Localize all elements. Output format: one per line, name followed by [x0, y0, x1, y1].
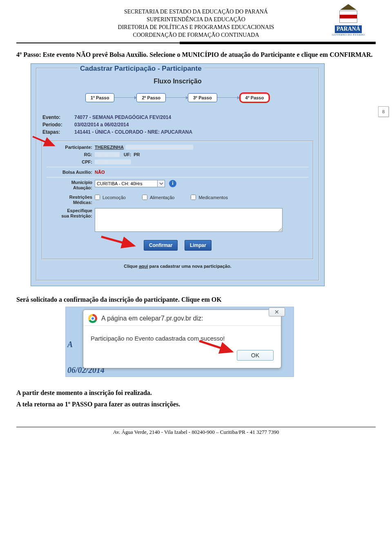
crest-label: PARANÁ	[335, 25, 362, 33]
evento-label: Evento:	[42, 114, 74, 120]
header-rule	[16, 43, 376, 44]
step-2[interactable]: 2º Passo	[136, 93, 166, 102]
especifique-label-1: Especifique	[67, 208, 92, 213]
restricao-textarea[interactable]	[95, 208, 283, 232]
doc-header: SECRETARIA DE ESTADO DA EDUCAÇÃO DO PARA…	[16, 0, 376, 39]
limpar-button[interactable]: Limpar	[185, 240, 212, 251]
etapas-value: 141441 - ÚNICA - COLORADO - NRE: APUCARA…	[74, 129, 192, 135]
after-text-1: A partir deste momento a inscrição foi r…	[16, 389, 376, 397]
checkbox-medicamentos[interactable]: Medicamentos	[191, 195, 228, 200]
chevron-down-icon[interactable]	[158, 180, 165, 187]
participante-masked: APARECIDA MACHADO DUSI	[125, 145, 193, 150]
confirmar-button[interactable]: Confirmar	[144, 240, 178, 251]
aqui-link[interactable]: aqui	[139, 264, 148, 269]
checkbox-alimentacao[interactable]: Alimentação	[142, 195, 175, 200]
close-icon: ✕	[274, 309, 279, 315]
chrome-icon	[88, 314, 97, 323]
step-intro: 4º Passo: Este evento NÃO prevê Bolsa Au…	[16, 50, 376, 59]
red-arrow-icon	[198, 339, 237, 356]
bolsa-label: Bolsa Auxílio:	[47, 170, 95, 175]
municipio-label-2: Atuação:	[73, 185, 92, 190]
bolsa-value: NÃO	[95, 170, 105, 175]
checkbox-locomocao[interactable]: Locomoção	[95, 195, 126, 200]
header-line-4: COORDENAÇÃO DE FORMAÇÃO CONTINUADA	[16, 31, 376, 39]
especifique-label-2: sua Restrição:	[61, 213, 92, 218]
rg-uf-value: PR	[134, 152, 140, 157]
dialog-screenshot: A 06/02/2014 ✕ A página em celepar7.pr.g…	[65, 307, 294, 377]
form-legend: Cadastrar Participação - Participante	[78, 65, 204, 73]
red-arrow-icon	[31, 135, 60, 150]
form-screenshot: Cadastrar Participação - Participante Fl…	[31, 63, 325, 286]
cpf-label: CPF:	[47, 159, 95, 164]
close-button[interactable]: ✕	[269, 307, 285, 316]
cpf-masked: 545.146.229-15	[95, 159, 131, 164]
evento-value: 74077 - SEMANA PEDAGÓGICA FEV/2014	[74, 114, 171, 120]
dialog-title: A página em celepar7.pr.gov.br diz:	[101, 315, 203, 322]
municipio-label-1: Município	[71, 180, 92, 185]
municipio-select[interactable]	[95, 180, 165, 187]
page-number: 8	[378, 106, 389, 117]
svg-line-1	[101, 237, 134, 246]
dialog-body: Participação no Evento cadastrada com su…	[83, 326, 281, 346]
etapas-label: Etapas:	[42, 129, 74, 135]
after-text-2: A tela retorna ao 1º PASSO para fazer as…	[16, 401, 376, 408]
info-icon[interactable]: i	[169, 180, 176, 187]
red-arrow-icon	[100, 235, 139, 250]
step-4-current[interactable]: 4º Passo	[239, 92, 270, 103]
step-connector-icon	[217, 97, 239, 98]
footer-link-line: Clique aqui para cadastrar uma nova part…	[41, 264, 314, 269]
step-3[interactable]: 3º Passo	[188, 93, 217, 102]
alert-dialog: ✕ A página em celepar7.pr.gov.br diz: Pa…	[83, 310, 281, 368]
restricoes-label-1: Restrições	[69, 195, 92, 200]
step-connector-icon	[114, 97, 136, 98]
ok-button[interactable]: OK	[237, 350, 274, 361]
rg-label: RG:	[47, 152, 95, 157]
svg-line-2	[199, 341, 232, 352]
progress-steps: 1º Passo 2º Passo 3º Passo 4º Passo	[41, 92, 314, 103]
participante-value: THEREZINHA	[95, 145, 124, 150]
municipio-select-value[interactable]	[95, 180, 158, 187]
header-line-1: SECRETARIA DE ESTADO DA EDUCAÇÃO DO PARA…	[16, 8, 376, 16]
header-line-3: DIRETORIA DE POLÍTICAS E PROGRAMAS EDUCA…	[16, 24, 376, 31]
rg-masked: 1.020.630	[95, 152, 120, 157]
restricoes-label-2: Médicas:	[73, 200, 92, 205]
header-line-2: SUPERINTENDÊNCIA DA EDUCAÇÃO	[16, 16, 376, 24]
step-connector-icon	[166, 97, 188, 98]
bg-letter: A	[67, 340, 73, 349]
flux-title: Fluxo Inscrição	[41, 78, 314, 85]
mid-text: Será solicitado a confirmação da inscriç…	[16, 296, 376, 303]
step-1[interactable]: 1º Passo	[85, 93, 115, 102]
state-crest: PARANÁ GOVERNO DO ESTADO	[329, 4, 368, 37]
crest-sub: GOVERNO DO ESTADO	[329, 33, 368, 37]
periodo-value: 03/02/2014 a 06/02/2014	[74, 122, 129, 128]
page-footer: Av. Água Verde, 2140 - Vila Izabel - 802…	[16, 427, 376, 435]
svg-line-0	[33, 137, 54, 146]
rg-uf-label: UF:	[124, 152, 131, 157]
periodo-label: Período:	[42, 122, 74, 128]
